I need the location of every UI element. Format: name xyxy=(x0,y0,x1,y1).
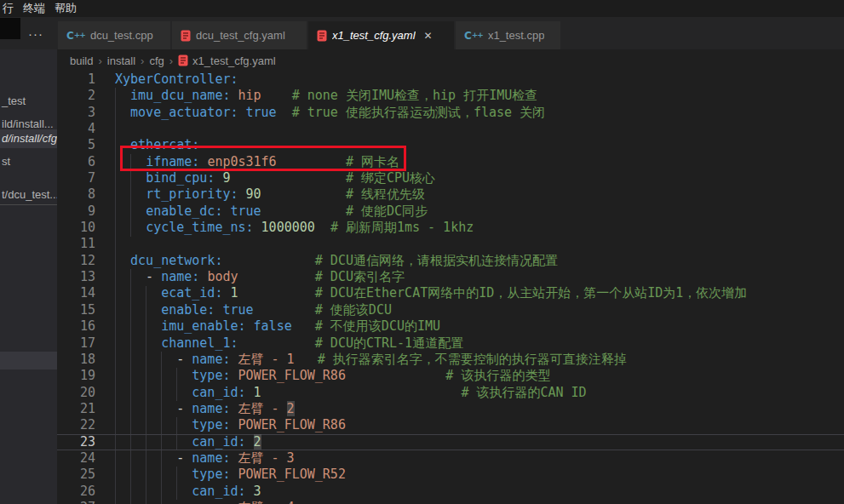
breadcrumb-item-cfg[interactable]: cfg xyxy=(149,54,164,67)
sidebar-item[interactable]: t/dcu_test... xyxy=(0,186,57,204)
line-number: 16 xyxy=(57,318,95,335)
code-line-26[interactable]: 26 can_id: 3 xyxy=(57,484,844,500)
code-line-5[interactable]: 5 ethercat: xyxy=(57,137,844,153)
line-number: 1 xyxy=(57,72,95,88)
code-line-12[interactable]: 12 dcu_network: # DCU通信网络，请根据实机连接情况配置 xyxy=(57,253,844,269)
code-line-21[interactable]: 21 - name: 左臂 - 2 xyxy=(57,401,844,417)
sidebar-panel: _testild/install...d/install/cfgstt/dcu_… xyxy=(0,49,57,504)
code-line-18[interactable]: 18 - name: 左臂 - 1 # 执行器索引名字，不需要控制的执行器可直接… xyxy=(57,352,844,368)
menu-item-帮助[interactable]: 帮助 xyxy=(55,0,77,17)
code-text: move_actuator: true # true 使能执行器运动测试，fla… xyxy=(115,105,545,121)
code-text: enable: true # 使能该DCU xyxy=(115,302,392,318)
yaml-file-icon xyxy=(181,30,191,42)
code-line-6[interactable]: 6 ifname: enp0s31f6 # 网卡名 xyxy=(57,154,844,170)
line-number: 7 xyxy=(57,170,95,186)
line-number: 18 xyxy=(57,352,95,368)
code-text: - name: 左臂 - 1 # 执行器索引名字，不需要控制的执行器可直接注释掉 xyxy=(115,352,627,368)
yaml-icon-wrap xyxy=(181,30,191,42)
tab-dcu_test.cpp[interactable]: C++dcu_test.cpp xyxy=(58,21,171,49)
code-line-8[interactable]: 8 rt_priority: 90 # 线程优先级 xyxy=(57,186,844,203)
breadcrumb-separator: › xyxy=(141,54,144,67)
tab-dcu_test_cfg.yaml[interactable]: dcu_test_cfg.yaml xyxy=(172,21,307,49)
tab-label: x1_test_cfg.yaml xyxy=(332,29,416,42)
breadcrumb-item-install[interactable]: install xyxy=(107,54,135,67)
line-number: 5 xyxy=(57,137,95,153)
cpp-icon-wrap: C++ xyxy=(464,30,483,42)
line-number: 27 xyxy=(57,500,95,504)
code-line-27[interactable]: 27 - name: 左臂 - 4 xyxy=(57,500,844,504)
code-text: can_id: 1 # 该执行器的CAN ID xyxy=(115,385,587,401)
code-line-11[interactable]: 11 xyxy=(57,236,844,252)
line-number: 15 xyxy=(57,302,95,318)
vscode-window: 行终端帮助 ··· C++dcu_test.cppdcu_test_cfg.ya… xyxy=(0,0,844,504)
menu-bar: 行终端帮助 xyxy=(0,0,844,17)
sidebar-selected-empty-row[interactable] xyxy=(0,352,57,369)
line-number: 24 xyxy=(57,450,95,467)
code-line-3[interactable]: 3 move_actuator: true # true 使能执行器运动测试，f… xyxy=(57,105,844,121)
cpp-icon: C++ xyxy=(464,30,483,42)
line-number: 2 xyxy=(57,88,95,104)
line-number: 4 xyxy=(57,121,95,137)
code-text: ecat_id: 1 # DCU在EtherCAT网络中的ID，从主站开始，第一… xyxy=(115,285,747,301)
line-number: 8 xyxy=(57,186,95,203)
breadcrumb-item-build[interactable]: build xyxy=(70,54,93,67)
line-number: 11 xyxy=(57,236,95,252)
tab-x1_test_cfg.yaml[interactable]: x1_test_cfg.yaml✕ xyxy=(308,21,455,49)
code-lines: 1XyberController:2 imu_dcu_name: hip # n… xyxy=(57,72,844,504)
tab-overflow-button[interactable]: ··· xyxy=(28,17,43,49)
code-line-9[interactable]: 9 enable_dc: true # 使能DC同步 xyxy=(57,203,844,220)
code-text: ifname: enp0s31f6 # 网卡名 xyxy=(115,154,399,170)
line-number: 20 xyxy=(57,385,95,401)
sidebar-divider xyxy=(0,204,57,205)
code-text: ethercat: xyxy=(115,137,199,153)
code-text: type: POWER_FLOW_R86 xyxy=(115,417,346,433)
code-line-14[interactable]: 14 ecat_id: 1 # DCU在EtherCAT网络中的ID，从主站开始… xyxy=(57,285,844,301)
code-line-7[interactable]: 7 bind_cpu: 9 # 绑定CPU核心 xyxy=(57,170,844,186)
window-corner xyxy=(0,18,20,39)
code-text: XyberController: xyxy=(115,72,238,88)
code-text: - name: 左臂 - 3 xyxy=(115,450,295,467)
sidebar-item[interactable]: d/install/cfg xyxy=(0,129,57,148)
code-line-1[interactable]: 1XyberController: xyxy=(57,72,844,88)
code-line-4[interactable]: 4 xyxy=(57,121,844,137)
menu-item-终端[interactable]: 终端 xyxy=(23,0,45,17)
tab-label: x1_test.cpp xyxy=(488,29,545,42)
breadcrumb-separator: › xyxy=(98,54,101,67)
tab-x1_test.cpp[interactable]: C++x1_test.cpp xyxy=(456,21,561,49)
code-text: cycle_time_ns: 1000000 # 刷新周期1ms - 1khz xyxy=(115,220,474,236)
tab-label: dcu_test.cpp xyxy=(90,29,153,42)
line-number: 25 xyxy=(57,467,95,483)
line-number: 13 xyxy=(57,269,95,285)
sidebar-item[interactable]: _test xyxy=(0,92,57,111)
code-text: rt_priority: 90 # 线程优先级 xyxy=(115,186,425,203)
editor-pane[interactable]: build›install›cfg›x1_test_cfg.yaml 1Xybe… xyxy=(57,49,844,504)
code-line-25[interactable]: 25 type: POWER_FLOW_R52 xyxy=(57,467,844,483)
code-line-16[interactable]: 16 imu_enable: false # 不使用该DCU的IMU xyxy=(57,318,844,335)
code-line-13[interactable]: 13 - name: body # DCU索引名字 xyxy=(57,269,844,285)
code-text: enable_dc: true # 使能DC同步 xyxy=(115,203,428,220)
code-line-23[interactable]: 23 can_id: 2 xyxy=(57,434,844,450)
code-text: - name: 左臂 - 2 xyxy=(115,401,295,417)
menu-item-行[interactable]: 行 xyxy=(3,0,14,17)
breadcrumb-file[interactable]: x1_test_cfg.yaml xyxy=(192,54,276,67)
code-line-17[interactable]: 17 channel_1: # DCU的CTRL-1通道配置 xyxy=(57,335,844,352)
tab-bar: ··· C++dcu_test.cppdcu_test_cfg.yamlx1_t… xyxy=(0,17,844,49)
cpp-icon: C++ xyxy=(66,30,85,42)
code-text: dcu_network: # DCU通信网络，请根据实机连接情况配置 xyxy=(115,253,558,269)
tab-close-icon[interactable]: ✕ xyxy=(424,30,433,42)
code-line-20[interactable]: 20 can_id: 1 # 该执行器的CAN ID xyxy=(57,385,844,401)
code-line-19[interactable]: 19 type: POWER_FLOW_R86 # 该执行器的类型 xyxy=(57,368,844,384)
line-number: 26 xyxy=(57,484,95,500)
yaml-icon-wrap xyxy=(317,30,327,42)
cpp-icon-wrap: C++ xyxy=(66,30,85,42)
breadcrumb-file-icon xyxy=(178,54,188,66)
code-line-2[interactable]: 2 imu_dcu_name: hip # none 关闭IMU检查，hip 打… xyxy=(57,88,844,104)
code-line-24[interactable]: 24 - name: 左臂 - 3 xyxy=(57,450,844,467)
code-line-15[interactable]: 15 enable: true # 使能该DCU xyxy=(57,302,844,318)
code-text: - name: body # DCU索引名字 xyxy=(115,269,405,285)
code-text: type: POWER_FLOW_R86 # 该执行器的类型 xyxy=(115,368,550,384)
code-line-22[interactable]: 22 type: POWER_FLOW_R86 xyxy=(57,417,844,433)
code-line-10[interactable]: 10 cycle_time_ns: 1000000 # 刷新周期1ms - 1k… xyxy=(57,220,844,236)
code-text: imu_dcu_name: hip # none 关闭IMU检查，hip 打开I… xyxy=(115,88,537,104)
sidebar-item[interactable]: st xyxy=(0,152,57,171)
